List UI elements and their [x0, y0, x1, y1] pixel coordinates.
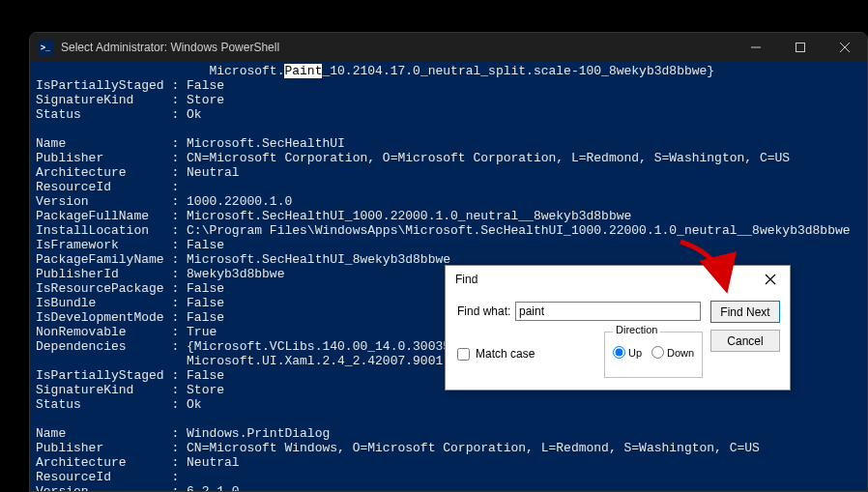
find-dialog-titlebar[interactable]: Find [446, 266, 790, 293]
terminal-line: Version : 1000.22000.1.0 [36, 194, 861, 209]
direction-up-radio[interactable] [613, 346, 625, 359]
direction-group: Direction Up Down [604, 332, 703, 378]
terminal-line: InstallLocation : C:\Program Files\Windo… [36, 223, 861, 238]
direction-down-label: Down [667, 347, 694, 359]
close-button[interactable] [823, 33, 867, 62]
terminal-line [36, 412, 861, 426]
terminal-line: Status : Ok [36, 397, 861, 412]
powershell-window: >_ Select Administrator: Windows PowerSh… [29, 32, 868, 492]
minimize-button[interactable] [734, 33, 778, 62]
terminal-line: Architecture : Neutral [36, 455, 861, 470]
cancel-button[interactable]: Cancel [710, 330, 780, 352]
close-icon [840, 43, 850, 52]
find-what-input[interactable] [515, 302, 701, 321]
terminal-line: IsPartiallyStaged : False [36, 78, 861, 93]
titlebar[interactable]: >_ Select Administrator: Windows PowerSh… [30, 33, 867, 62]
terminal-line [36, 122, 861, 136]
terminal-line: Publisher : CN=Microsoft Corporation, O=… [36, 151, 861, 165]
match-case-checkbox[interactable] [457, 348, 470, 361]
terminal-line: Architecture : Neutral [36, 165, 861, 180]
find-dialog-title: Find [455, 273, 761, 286]
match-case-label: Match case [476, 347, 535, 361]
find-dialog-close-button[interactable] [761, 270, 780, 289]
direction-up-label: Up [628, 347, 642, 359]
terminal-line: Status : Ok [36, 107, 861, 122]
terminal-line: Name : Windows.PrintDialog [36, 426, 861, 441]
terminal-line: SignatureKind : Store [36, 93, 861, 107]
terminal-line: ResourceId : [36, 180, 861, 194]
terminal-line: Microsoft.Paint_10.2104.17.0_neutral_spl… [36, 64, 861, 78]
powershell-icon: >_ [38, 40, 53, 55]
minimize-icon [751, 43, 761, 52]
terminal-line: Name : Microsoft.SecHealthUI [36, 136, 861, 151]
close-icon [765, 274, 776, 285]
maximize-button[interactable] [778, 33, 823, 62]
find-what-label: Find what: [457, 304, 510, 318]
window-title: Select Administrator: Windows PowerShell [61, 41, 279, 54]
direction-down-radio[interactable] [651, 346, 664, 359]
terminal-line: IsFramework : False [36, 238, 861, 252]
svg-rect-1 [796, 43, 805, 52]
direction-group-label: Direction [613, 324, 660, 335]
find-next-button[interactable]: Find Next [710, 301, 780, 323]
maximize-icon [796, 43, 805, 52]
terminal-line: Publisher : CN=Microsoft Windows, O=Micr… [36, 441, 861, 455]
terminal-line: PackageFullName : Microsoft.SecHealthUI_… [36, 209, 861, 223]
terminal-line: ResourceId : [36, 470, 861, 484]
find-dialog: Find Find what: Match case Direction Up … [445, 265, 791, 391]
terminal-line: Version : 6.2.1.0 [36, 484, 861, 492]
direction-up-option[interactable]: Up [613, 346, 642, 359]
direction-down-option[interactable]: Down [651, 346, 694, 359]
